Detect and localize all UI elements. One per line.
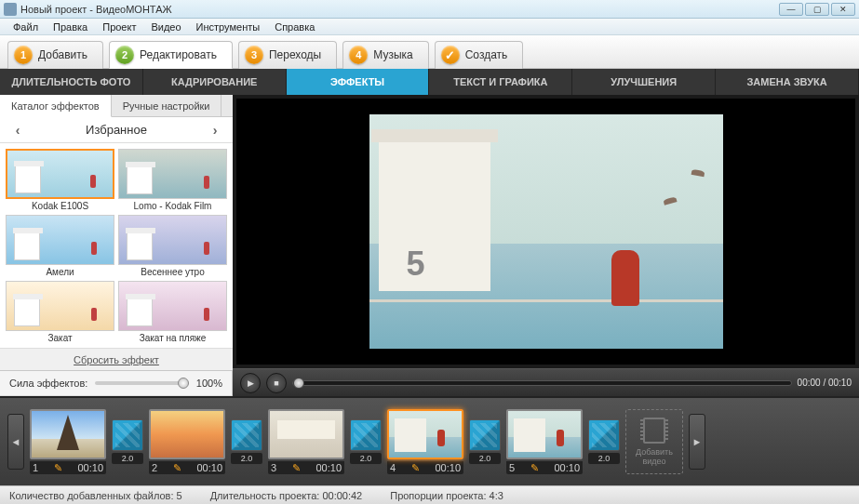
category-prev[interactable]: ‹ xyxy=(11,124,24,137)
window-title: Новый проект - ВидеоМОНТАЖ xyxy=(20,4,777,15)
add-video-label: Добавить видео xyxy=(626,447,682,466)
play-button[interactable]: ▶ xyxy=(240,373,261,393)
transition-duration: 2.0 xyxy=(112,453,143,464)
effect-item[interactable]: Закат xyxy=(6,281,114,343)
menu-project[interactable]: Проект xyxy=(95,21,143,33)
effect-thumb xyxy=(118,281,227,331)
timeline-transition[interactable]: 2.0 xyxy=(112,419,143,464)
effect-label: Lomo - Kodak Film xyxy=(118,201,227,211)
tab-effects[interactable]: ЭФФЕКТЫ xyxy=(287,69,430,95)
statusbar: Количество добавленных файлов: 5 Длитель… xyxy=(0,485,859,504)
strength-slider[interactable] xyxy=(95,381,188,385)
tab-crop[interactable]: КАДРИРОВАНИЕ xyxy=(143,69,287,95)
step-label: Редактировать xyxy=(140,48,217,61)
status-aspect: Пропорции проекта: 4:3 xyxy=(390,490,503,501)
step-create[interactable]: ✓ Создать xyxy=(435,41,524,69)
reset-effect-link[interactable]: Сбросить эффект xyxy=(74,354,159,365)
stop-button[interactable]: ■ xyxy=(266,373,287,393)
close-button[interactable]: ✕ xyxy=(831,3,855,16)
step-music[interactable]: 4 Музыка xyxy=(342,41,428,69)
strength-slider-thumb[interactable] xyxy=(178,378,189,389)
effect-item[interactable]: Закат на пляже xyxy=(118,281,227,343)
timeline-clip[interactable]: 2✎00:10 xyxy=(149,409,225,474)
effect-thumb xyxy=(118,149,227,199)
effect-item[interactable]: Kodak E100S xyxy=(6,149,114,211)
menu-edit[interactable]: Правка xyxy=(46,21,95,33)
step-badge-1: 1 xyxy=(14,46,33,64)
timeline-scroll-right[interactable]: ► xyxy=(689,414,705,470)
effects-grid[interactable]: Kodak E100SLomo - Kodak FilmАмелиВесенне… xyxy=(0,143,233,348)
effect-item[interactable]: Lomo - Kodak Film xyxy=(118,149,227,211)
step-edit[interactable]: 2 Редактировать xyxy=(109,41,233,69)
titlebar: Новый проект - ВидеоМОНТАЖ — ▢ ✕ xyxy=(0,0,859,19)
strength-value: 100% xyxy=(196,378,222,389)
subtab-catalog[interactable]: Каталог эффектов xyxy=(0,95,112,117)
transition-thumb xyxy=(469,419,501,451)
transition-duration: 2.0 xyxy=(350,453,382,464)
effect-label: Kodak E100S xyxy=(6,201,114,211)
timeline-clip[interactable]: 5✎00:10 xyxy=(506,409,583,474)
section-tabs: ДЛИТЕЛЬНОСТЬ ФОТО КАДРИРОВАНИЕ ЭФФЕКТЫ Т… xyxy=(0,69,859,95)
clip-info: 4✎00:10 xyxy=(387,461,463,474)
status-duration: Длительность проекта: 00:00:42 xyxy=(210,490,363,501)
timeline-clip[interactable]: 3✎00:10 xyxy=(268,409,344,474)
category-name: Избранное xyxy=(86,123,147,137)
transition-duration: 2.0 xyxy=(469,453,501,464)
step-add[interactable]: 1 Добавить xyxy=(7,41,103,69)
effect-strength-row: Сила эффектов: 100% xyxy=(0,370,232,396)
menu-file[interactable]: Файл xyxy=(6,21,46,33)
preview-area: 5 ▶ ■ 00:00 / 00:10 xyxy=(233,95,859,396)
menubar: Файл Правка Проект Видео Инструменты Спр… xyxy=(0,19,859,35)
playhead[interactable] xyxy=(293,378,304,389)
menu-video[interactable]: Видео xyxy=(143,21,188,33)
film-icon xyxy=(643,418,665,444)
tab-text[interactable]: ТЕКСТ И ГРАФИКА xyxy=(429,69,572,95)
effect-label: Закат на пляже xyxy=(118,333,227,343)
timeline[interactable]: ◄ 1✎00:102.02✎00:102.03✎00:102.04✎00:102… xyxy=(0,396,859,485)
transition-duration: 2.0 xyxy=(588,453,620,464)
category-next[interactable]: › xyxy=(208,124,221,137)
reset-effect-row: Сбросить эффект xyxy=(0,348,233,370)
maximize-button[interactable]: ▢ xyxy=(805,3,829,16)
timeline-transition[interactable]: 2.0 xyxy=(588,419,620,464)
category-header: ‹ Избранное › xyxy=(0,117,233,143)
add-video-button[interactable]: Добавить видео xyxy=(625,409,683,474)
effect-item[interactable]: Весеннее утро xyxy=(118,215,227,277)
timeline-transition[interactable]: 2.0 xyxy=(350,419,382,464)
transition-duration: 2.0 xyxy=(231,453,262,464)
playback-progress[interactable] xyxy=(292,380,792,386)
subtab-manual[interactable]: Ручные настройки xyxy=(112,95,222,116)
edit-icon: ✎ xyxy=(292,462,301,474)
step-transitions[interactable]: 3 Переходы xyxy=(238,41,337,69)
effect-thumb xyxy=(6,149,114,199)
effect-item[interactable]: Амели xyxy=(6,215,114,277)
status-files: Количество добавленных файлов: 5 xyxy=(9,490,182,501)
tab-duration[interactable]: ДЛИТЕЛЬНОСТЬ ФОТО xyxy=(0,69,143,95)
timecode: 00:00 / 00:10 xyxy=(798,378,852,388)
effect-thumb xyxy=(6,281,114,331)
step-label: Переходы xyxy=(269,48,321,61)
timeline-clip[interactable]: 1✎00:10 xyxy=(30,409,106,474)
timeline-clip[interactable]: 4✎00:10 xyxy=(387,409,463,474)
workflow-steps: 1 Добавить 2 Редактировать 3 Переходы 4 … xyxy=(0,35,859,69)
edit-icon: ✎ xyxy=(530,462,539,474)
step-badge-4: 4 xyxy=(349,46,368,64)
timeline-transition[interactable]: 2.0 xyxy=(231,419,262,464)
step-label: Добавить xyxy=(38,48,87,61)
minimize-button[interactable]: — xyxy=(779,3,803,16)
preview-image: 5 xyxy=(369,114,723,349)
effect-label: Амели xyxy=(6,267,114,277)
timeline-transition[interactable]: 2.0 xyxy=(469,419,501,464)
step-label: Музыка xyxy=(373,48,412,61)
step-badge-2: 2 xyxy=(115,46,134,64)
main-content: Каталог эффектов Ручные настройки ‹ Избр… xyxy=(0,95,859,396)
tab-audio[interactable]: ЗАМЕНА ЗВУКА xyxy=(716,69,859,95)
edit-icon: ✎ xyxy=(411,462,420,474)
menu-help[interactable]: Справка xyxy=(267,21,322,33)
effect-label: Весеннее утро xyxy=(118,267,227,277)
player-controls: ▶ ■ 00:00 / 00:10 xyxy=(233,368,859,396)
menu-tools[interactable]: Инструменты xyxy=(189,21,268,33)
tab-improve[interactable]: УЛУЧШЕНИЯ xyxy=(572,69,716,95)
effects-subtabs: Каталог эффектов Ручные настройки xyxy=(0,95,233,117)
timeline-scroll-left[interactable]: ◄ xyxy=(7,414,24,470)
